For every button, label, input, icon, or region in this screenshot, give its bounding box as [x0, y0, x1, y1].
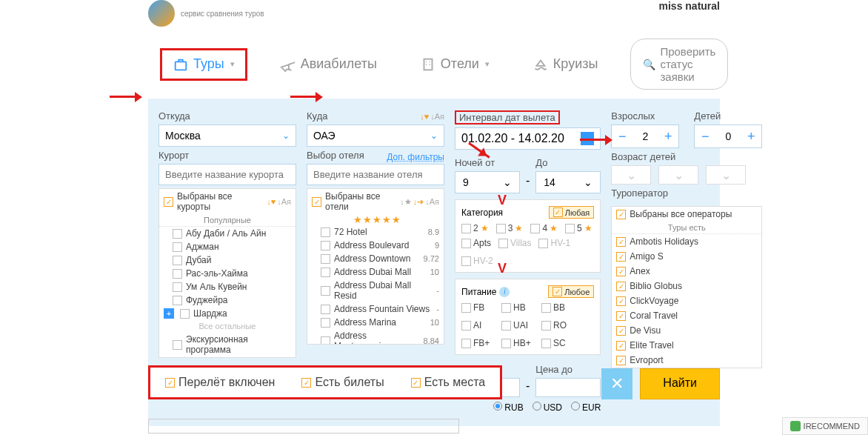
operator-checkbox[interactable]	[616, 356, 626, 365]
info-icon[interactable]: i	[499, 287, 510, 297]
has-tickets-checkbox[interactable]	[301, 378, 311, 388]
hotel-item[interactable]: Address Dubai Mall Resid-	[307, 279, 444, 302]
all-operators-checkbox[interactable]	[616, 210, 626, 219]
all-hotels-checkbox[interactable]	[312, 197, 321, 207]
hotel-item[interactable]: Address Marina10	[307, 316, 444, 329]
resort-checkbox[interactable]	[173, 282, 182, 292]
operator-item[interactable]: Ambotis Holidays	[612, 234, 761, 249]
all-resorts-checkbox[interactable]	[164, 197, 173, 207]
sort-icon[interactable]: ↓★	[400, 197, 412, 207]
resort-item[interactable]: Абу Даби / Аль Айн	[159, 227, 296, 240]
hotel-checkbox[interactable]	[321, 254, 330, 264]
resort-item[interactable]: Рас-эль-Хайма	[159, 267, 296, 280]
operator-item[interactable]: ClickVoyage	[612, 293, 761, 308]
operator-item[interactable]: De Visu	[612, 323, 761, 338]
sort-icon[interactable]: ↓♥	[267, 197, 276, 206]
operator-checkbox[interactable]	[616, 311, 626, 321]
nav-tours[interactable]: Туры▾	[160, 48, 247, 81]
child-age-select-3[interactable]: ⌄	[706, 165, 746, 185]
hotel-input[interactable]	[307, 164, 444, 185]
hotel-checkbox[interactable]	[321, 268, 330, 277]
children-minus-button[interactable]: −	[695, 125, 715, 147]
hotel-item[interactable]: Address Dubai Mall10	[307, 265, 444, 279]
has-places-checkbox[interactable]	[411, 378, 421, 388]
resort-checkbox[interactable]	[180, 309, 190, 319]
operator-checkbox[interactable]	[616, 267, 626, 276]
price-to-input[interactable]	[535, 378, 601, 397]
hotel-item[interactable]: Address Montgomerie8.84	[307, 329, 444, 344]
hotel-item[interactable]: Address Boulevard9	[307, 239, 444, 252]
sort-alpha-icon[interactable]: ↓Ая	[277, 197, 291, 206]
logo[interactable]: сервис сравнения туров	[148, 0, 264, 27]
star-checkbox[interactable]	[530, 224, 540, 233]
hotel-item[interactable]: 72 Hotel8.9	[307, 225, 444, 239]
hotel-checkbox[interactable]	[321, 241, 330, 250]
meal-option[interactable]: FB	[461, 302, 494, 313]
hotel-checkbox[interactable]	[321, 336, 330, 345]
meal-option[interactable]: HB+	[501, 338, 534, 348]
nav-hotels[interactable]: Отели▾	[410, 50, 500, 79]
operator-checkbox[interactable]	[616, 282, 626, 291]
currency-option[interactable]: EUR	[571, 402, 601, 413]
from-select[interactable]: Москва⌄	[158, 124, 296, 147]
resort-input[interactable]	[158, 164, 296, 185]
meal-option[interactable]: HB	[501, 302, 534, 313]
flight-included-checkbox[interactable]	[165, 378, 175, 388]
star-option[interactable]: 2★	[461, 223, 489, 233]
adults-plus-button[interactable]: +	[658, 125, 678, 147]
operator-item[interactable]: Amigo S	[612, 249, 761, 264]
resort-checkbox[interactable]	[173, 269, 182, 279]
meal-option[interactable]: AI	[461, 320, 494, 331]
resort-checkbox[interactable]	[173, 296, 182, 305]
nav-cruises[interactable]: Круизы	[522, 50, 609, 79]
any-category-checkbox[interactable]	[553, 207, 563, 217]
sort-down-icon[interactable]: ↓➜	[413, 197, 424, 207]
resort-checkbox[interactable]	[173, 242, 182, 252]
footer-input[interactable]	[148, 419, 459, 434]
operator-checkbox[interactable]	[616, 326, 626, 336]
excursion-checkbox[interactable]	[173, 340, 182, 350]
meal-option[interactable]: FB+	[461, 338, 494, 348]
operator-checkbox[interactable]	[616, 296, 626, 306]
meal-checkbox[interactable]	[541, 339, 551, 348]
nights-from-select[interactable]: 9⌄	[455, 171, 520, 193]
type-checkbox[interactable]	[538, 239, 548, 248]
resort-item[interactable]: Ум Аль Кувейн	[159, 280, 296, 293]
meal-option[interactable]: BB	[541, 302, 574, 313]
operator-checkbox[interactable]	[616, 341, 626, 351]
hotel-checkbox[interactable]	[321, 228, 330, 237]
currency-option[interactable]: USD	[533, 402, 562, 413]
meal-option[interactable]: SC	[541, 338, 574, 348]
operator-item[interactable]: Elite Travel	[612, 338, 761, 353]
adults-minus-button[interactable]: −	[612, 125, 632, 147]
meal-checkbox[interactable]	[501, 321, 511, 331]
meal-checkbox[interactable]	[461, 321, 471, 331]
nights-to-select[interactable]: 14⌄	[535, 171, 601, 193]
sort-alpha-icon[interactable]: ↓Ая	[430, 112, 444, 121]
meal-checkbox[interactable]	[501, 303, 511, 313]
type-option[interactable]: Apts	[461, 238, 491, 248]
resort-item[interactable]: +Шарджа	[159, 307, 296, 320]
meal-checkbox[interactable]	[541, 321, 551, 331]
star-checkbox[interactable]	[565, 224, 575, 233]
children-plus-button[interactable]: +	[741, 125, 761, 147]
hotel-checkbox[interactable]	[321, 305, 330, 314]
resort-checkbox[interactable]	[173, 229, 182, 239]
meal-option[interactable]: UAI	[501, 320, 534, 331]
hotel-checkbox[interactable]	[321, 286, 330, 296]
meal-checkbox[interactable]	[461, 339, 471, 348]
sort-alpha-icon[interactable]: ↓Ая	[425, 197, 439, 207]
check-status-button[interactable]: 🔍 Проверить статус заявки	[630, 39, 728, 90]
operator-checkbox[interactable]	[616, 252, 626, 262]
username[interactable]: miss natural	[659, 0, 720, 12]
hotel-item[interactable]: Address Fountain Views-	[307, 302, 444, 316]
meal-option[interactable]: RO	[541, 320, 574, 331]
hotel-item[interactable]: Address Downtown9.72	[307, 252, 444, 265]
operator-item[interactable]: Evroport	[612, 353, 761, 368]
currency-option[interactable]: RUB	[493, 402, 523, 413]
hotel-checkbox[interactable]	[321, 318, 330, 328]
extra-filters-link[interactable]: Доп. фильтры	[387, 152, 444, 162]
operator-item[interactable]: Anex	[612, 264, 761, 279]
meal-checkbox[interactable]	[461, 303, 471, 313]
star-option[interactable]: 4★	[530, 223, 558, 233]
